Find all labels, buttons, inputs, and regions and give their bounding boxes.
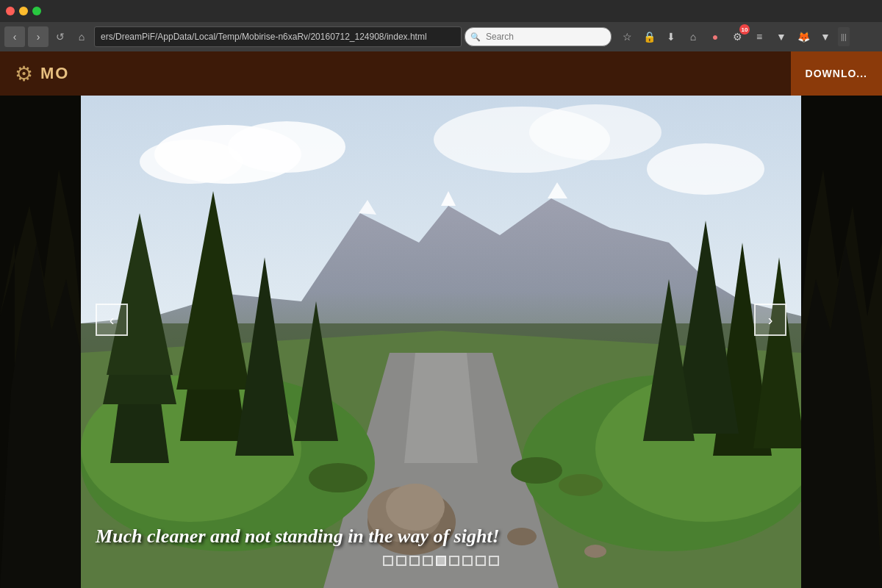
- slider-area: [81, 96, 801, 588]
- slide-dot-6[interactable]: [449, 556, 459, 566]
- badge-count: 10: [739, 24, 750, 35]
- svg-point-11: [529, 104, 662, 160]
- right-forest-svg: [801, 96, 882, 588]
- slide-dot-3[interactable]: [409, 556, 420, 566]
- download-app-button[interactable]: DOWNLO...: [791, 51, 882, 96]
- slide-dot-9[interactable]: [489, 556, 499, 566]
- landscape-image: [81, 96, 801, 588]
- side-panel-right: [801, 96, 882, 588]
- svg-point-39: [309, 463, 368, 492]
- next-icon: ›: [768, 312, 773, 329]
- search-input[interactable]: [465, 27, 612, 46]
- duckduckgo-button[interactable]: ●: [706, 27, 725, 46]
- svg-point-41: [559, 474, 603, 496]
- info-button[interactable]: |||: [838, 27, 850, 46]
- bookmark-button[interactable]: ☆: [617, 27, 637, 46]
- svg-point-40: [511, 457, 562, 484]
- svg-marker-20: [404, 353, 478, 463]
- app-header: ⚙ MO DOWNLO...: [0, 51, 882, 96]
- slide-dot-7[interactable]: [462, 556, 473, 566]
- app-name: MO: [40, 64, 69, 83]
- browser-titlebar: [0, 0, 882, 22]
- extra-button[interactable]: ▼: [816, 27, 835, 46]
- svg-point-38: [386, 484, 445, 531]
- window-close-btn[interactable]: [6, 7, 15, 15]
- slide-indicators: [383, 556, 499, 566]
- slide-dot-4[interactable]: [423, 556, 433, 566]
- side-panel-left: [0, 96, 81, 588]
- refresh-button[interactable]: ↺: [51, 28, 69, 46]
- slide-dot-8[interactable]: [476, 556, 486, 566]
- window-minimize-btn[interactable]: [19, 7, 28, 15]
- slide-dot-5[interactable]: [436, 556, 446, 566]
- search-wrapper: 🔍: [465, 27, 612, 46]
- slide-dot-1[interactable]: [383, 556, 393, 566]
- more-button[interactable]: ▼: [772, 27, 791, 46]
- addon-button[interactable]: 🦊: [794, 27, 813, 46]
- address-bar[interactable]: [94, 26, 462, 47]
- page-content: ⚙ MO DOWNLO...: [0, 51, 882, 588]
- toolbar-icons: ☆ 🔒 ⬇ ⌂ ● ⚙ 10 ≡ ▼ 🦊 ▼ |||: [617, 27, 850, 46]
- browser-toolbar: ‹ › ↺ ⌂ 🔍 ☆ 🔒 ⬇ ⌂ ● ⚙ 10 ≡ ▼ 🦊 ▼ |||: [0, 22, 882, 51]
- left-forest-svg: [0, 96, 81, 588]
- menu-button[interactable]: ≡: [750, 27, 769, 46]
- caption-area: Much cleaner and not standing in the way…: [0, 526, 882, 548]
- slide-dot-2[interactable]: [396, 556, 406, 566]
- forward-button[interactable]: ›: [28, 26, 49, 47]
- browser-chrome: ‹ › ↺ ⌂ 🔍 ☆ 🔒 ⬇ ⌂ ● ⚙ 10 ≡ ▼ 🦊 ▼ |||: [0, 0, 882, 51]
- lock-button[interactable]: 🔒: [639, 27, 659, 46]
- prev-icon: ‹: [110, 312, 115, 329]
- svg-point-8: [228, 121, 345, 173]
- app-logo: ⚙ MO: [15, 62, 69, 86]
- svg-point-9: [140, 140, 243, 184]
- window-maximize-btn[interactable]: [32, 7, 41, 15]
- home-button[interactable]: ⌂: [72, 27, 91, 46]
- svg-point-12: [647, 143, 764, 195]
- download-button[interactable]: ⬇: [662, 27, 681, 46]
- gear-icon: ⚙: [15, 62, 33, 86]
- carousel-next-button[interactable]: ›: [754, 304, 786, 336]
- caption-text: Much cleaner and not standing in the way…: [96, 526, 500, 547]
- carousel-prev-button[interactable]: ‹: [96, 304, 128, 336]
- extensions-badge: ⚙ 10: [728, 27, 747, 46]
- back-button[interactable]: ‹: [4, 26, 25, 47]
- home-nav-button[interactable]: ⌂: [684, 27, 703, 46]
